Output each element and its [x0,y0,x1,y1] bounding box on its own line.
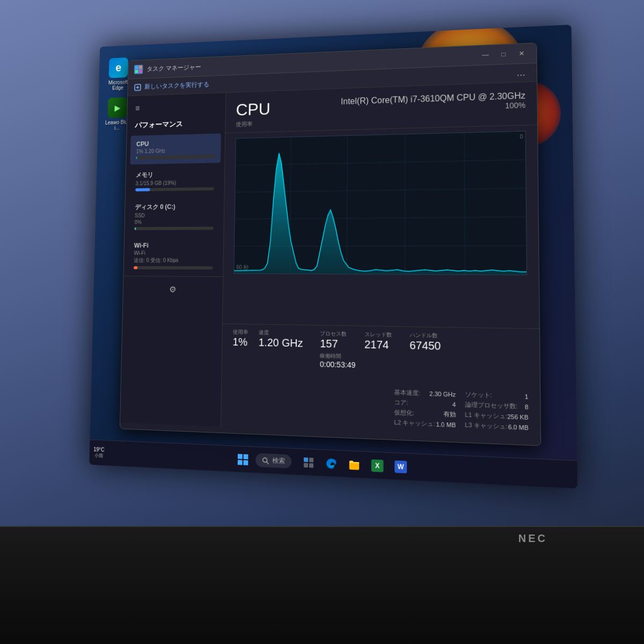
svg-rect-22 [309,457,313,462]
nec-brand-label: NEC [518,532,547,545]
svg-rect-15 [238,453,243,459]
cpu-bar [136,155,214,159]
maximize-button[interactable]: □ [495,48,511,60]
close-button[interactable]: ✕ [514,48,530,59]
svg-line-14 [464,133,465,275]
new-task-label: 新しいタスクを実行する [144,80,209,91]
start-button[interactable] [233,449,253,470]
l1-row: L1 キャッシュ: 256 KB [465,411,528,421]
sidebar-item-disk[interactable]: ディスク 0 (C:) SSD 0% [128,197,220,236]
disk-item-sub2: SSD [135,212,214,218]
l2-row: L2 キャッシュ: 1.0 MB [394,418,456,429]
cpu-bar-fill [136,156,137,159]
disk-bar [135,226,214,230]
taskbar-icon-word[interactable]: W [391,456,411,478]
tm-title-text: タスク マネージャー [147,62,201,73]
file-explorer-icon [348,458,361,471]
sidebar-perf-title: パフォーマンス [127,114,225,134]
handle-stat: ハンドル数 67450 [409,331,447,353]
l1-label: L1 キャッシュ: [465,411,507,421]
logical-row: 論理プロセッサ数: 8 [465,400,528,411]
taskbar-icon-widget[interactable] [299,452,318,473]
search-bar[interactable]: 検索 [255,453,291,469]
wifi-bar-fill [134,266,137,269]
usage-stat-label: 使用率 [233,328,248,336]
cpu-bottom-stats: 使用率 1% 速度 1.20 GHz [221,324,540,440]
settings-icon-button[interactable]: ⚙ [164,281,180,297]
uptime-value: 0:00:53:49 [320,360,356,369]
socket-row: ソケット: 1 [465,390,528,400]
taskbar-icon-excel[interactable]: X [368,455,387,476]
weather-text: 小雨 [94,452,104,459]
search-label: 検索 [272,456,285,466]
title-left: タスク マネージャー [134,62,201,74]
svg-line-20 [267,462,269,464]
wifi-bar [134,266,213,269]
svg-rect-18 [243,460,248,465]
sidebar-item-wifi[interactable]: Wi-Fi Wi-Fi 送信: 0 受信: 0 Kbps [128,237,219,275]
l2-value: 1.0 MB [436,421,456,428]
base-speed-row: 基本速度: 2.30 GHz [394,388,456,398]
l3-label: L3 キャッシュ: [465,421,507,431]
word-icon: W [394,460,407,473]
usage-stat: 使用率 1% [232,328,248,367]
mem-bar [135,187,214,192]
wifi-item-sub2: Wi-Fi [134,250,213,256]
speed-stat-value: 1.20 GHz [259,336,303,350]
handle-label: ハンドル数 [409,331,447,340]
mem-bar-fill [135,188,150,192]
stats-left-group: 使用率 1% 速度 1.20 GHz [232,328,303,368]
disk-item-title: ディスク 0 (C:) [135,202,214,212]
cpu-item-sub: 1% 1.20 GHz [136,147,215,155]
tm-sidebar: ≡ パフォーマンス CPU 1% 1.20 GHz [120,93,226,427]
sidebar-bottom: ⚙ [123,276,223,302]
core-row: コア: 4 [394,398,456,408]
svg-rect-0 [135,66,138,69]
sidebar-item-cpu[interactable]: CPU 1% 1.20 GHz [130,134,221,165]
cpu-item-title: CPU [136,138,215,148]
new-task-icon [134,83,142,91]
background: e Microsoft Edge ▶ Leawo Blu-i... [0,0,644,644]
taskbar-center: 検索 [233,449,411,477]
excel-icon: X [371,459,384,472]
minimize-button[interactable]: — [478,49,493,61]
socket-value: 1 [524,393,528,400]
sidebar-item-memory[interactable]: メモリ 3.1/15.9 GB (19%) [129,164,221,196]
thread-label: スレッド数 [364,331,401,339]
search-icon [262,456,269,464]
process-label: プロセス数 [320,330,356,338]
logical-value: 8 [525,403,529,410]
base-speed-label: 基本速度: [394,388,420,397]
widget-icon [303,457,314,469]
disk-item-sub: 0% [135,219,214,225]
cpu-main-label: CPU [236,99,270,120]
cpu-graph: 60 秒 0 [233,131,527,275]
svg-rect-23 [304,463,308,467]
wifi-item-sub: 送信: 0 受信: 0 Kbps [134,257,213,265]
svg-rect-21 [304,457,308,462]
taskbar: 19°C 小雨 [89,440,577,488]
tm-body: ≡ パフォーマンス CPU 1% 1.20 GHz [120,82,540,439]
taskbar-icon-file[interactable] [345,454,364,475]
svg-rect-2 [135,70,138,73]
svg-rect-24 [309,463,313,468]
tm-main-panel: CPU 使用率 Intel(R) Core(TM) i7-3610QM CPU … [221,82,540,439]
l2-label: L2 キャッシュ: [394,418,435,428]
wifi-item-title: Wi-Fi [134,242,214,250]
edge-icon [325,457,337,470]
taskbar-icon-edge[interactable] [321,453,341,474]
cpu-model-group: Intel(R) Core(TM) i7-3610QM CPU @ 2.30GH… [341,91,525,115]
windows-logo-icon [238,453,248,465]
virt-row: 仮想化: 有効 [394,408,456,419]
cpu-title-row: CPU 使用率 Intel(R) Core(TM) i7-3610QM CPU … [236,91,525,128]
window-controls: — □ ✕ [478,48,530,61]
stats-mid-group: プロセス数 157 スレッド数 2174 ハンドル数 67450 [320,330,447,372]
cpu-usage-label: 使用率 [236,120,270,128]
new-task-button[interactable]: 新しいタスクを実行する [134,80,209,91]
more-options-button[interactable]: ... [512,67,530,78]
cpu-label-group: CPU 使用率 [236,99,270,128]
uptime-stat: 稼働時間 0:00:53:49 [320,352,356,369]
task-manager-window: タスク マネージャー — □ ✕ [120,42,541,446]
mem-item-title: メモリ [136,170,215,180]
l1-value: 256 KB [507,413,528,420]
